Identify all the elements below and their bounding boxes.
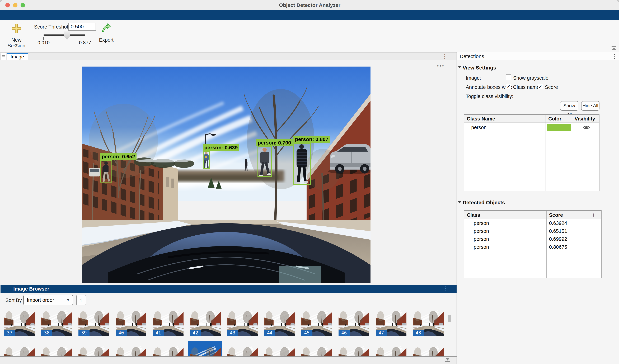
- hide-all-button[interactable]: Hide All: [581, 101, 600, 111]
- thumbnail[interactable]: [4, 345, 35, 356]
- thumbnail-selected[interactable]: [188, 341, 222, 356]
- road-scene: [82, 67, 370, 283]
- score-label: Score: [545, 84, 558, 90]
- detected-objects-section-toggle[interactable]: [458, 201, 461, 204]
- thumbnail[interactable]: [78, 345, 109, 356]
- sort-by-value: Import order: [27, 297, 54, 303]
- new-session-button[interactable]: New Session: [4, 22, 29, 48]
- image-browser-header: Image Browser ⋮: [0, 285, 457, 293]
- thumbnail[interactable]: 41: [153, 308, 183, 336]
- thumbnail-number: 38: [41, 330, 52, 336]
- export-button[interactable]: Export: [98, 22, 114, 48]
- panel-handle-icon[interactable]: [0, 53, 6, 60]
- table-row[interactable]: person: [464, 123, 599, 132]
- thumbnail[interactable]: [264, 345, 295, 356]
- image-tab-menu-icon[interactable]: ⋮: [442, 53, 448, 59]
- thumbnail[interactable]: [153, 345, 183, 356]
- scroll-to-end-icon[interactable]: [445, 358, 450, 362]
- parked-car: [89, 168, 100, 176]
- tab-image[interactable]: Image: [7, 53, 28, 60]
- class-cell: person: [471, 125, 487, 130]
- detection-label: person: 0.700: [256, 139, 293, 146]
- class-color-swatch[interactable]: [547, 124, 571, 131]
- detection-label: person: 0.807: [294, 136, 330, 143]
- thumbnail[interactable]: 47: [376, 308, 407, 336]
- axes-toolbar-icon[interactable]: •••: [437, 63, 445, 69]
- col-score: Score: [549, 212, 563, 218]
- detection-box: [257, 146, 272, 177]
- score-cell: 0.69992: [549, 236, 567, 242]
- class-visibility-table: Class Name Color Visibility person: [464, 114, 600, 191]
- col-class-name: Class Name: [467, 116, 495, 122]
- thumbnail[interactable]: 48: [413, 308, 444, 336]
- thumbnail[interactable]: 37: [4, 308, 35, 336]
- dropdown-arrow-icon: ▼: [66, 295, 70, 305]
- show-grayscale-checkbox[interactable]: [506, 74, 511, 80]
- thumbnail[interactable]: [301, 345, 332, 356]
- thumbnail-number: 37: [4, 330, 15, 336]
- new-session-label: New Session: [4, 37, 29, 49]
- sort-direction-button[interactable]: ↑: [76, 295, 86, 305]
- thumbnail-grid: 37 38 39 40 41 42 43 44 45 46 47 48: [0, 308, 448, 356]
- slider-max-label: 0.877: [75, 40, 95, 45]
- class-name-label: Class name: [513, 84, 539, 90]
- score-cell: 0.65151: [549, 228, 567, 234]
- thumbnail[interactable]: 40: [116, 308, 146, 336]
- document-tab-strip: [0, 53, 457, 60]
- thumbnail[interactable]: 44: [264, 308, 295, 336]
- thumbnail[interactable]: 45: [301, 308, 332, 336]
- slider-min-label: 0.010: [33, 40, 54, 45]
- sort-ascending-icon[interactable]: ↑: [592, 212, 595, 218]
- thumbnail-number: 48: [413, 330, 424, 336]
- thumbnail-number: 40: [116, 330, 127, 336]
- score-cell: 0.80675: [549, 244, 567, 250]
- detected-objects-title: Detected Objects: [463, 200, 505, 206]
- camera-image: person: 0.652 person: 0.639 person: 0.70…: [82, 67, 370, 283]
- table-row[interactable]: person 0.69992: [464, 235, 601, 243]
- browser-bottom-bar: [0, 356, 457, 364]
- thumbnail-number: 46: [338, 330, 350, 336]
- sort-by-label: Sort By: [5, 297, 22, 303]
- thumbnail[interactable]: [116, 345, 146, 356]
- thumbnail[interactable]: 43: [227, 308, 258, 336]
- new-session-dropdown-icon: [15, 44, 18, 46]
- score-threshold-input[interactable]: [68, 23, 96, 31]
- show-all-button[interactable]: Show All: [560, 101, 578, 111]
- thumbnail[interactable]: [413, 345, 444, 356]
- new-session-plus-icon: [11, 23, 22, 34]
- toggle-visibility-label: Toggle class visibility:: [466, 94, 513, 99]
- app-window: Object Detector Analyzer ANALYZER New Se…: [0, 0, 619, 364]
- score-threshold-label: Score Threshold: [34, 24, 71, 30]
- thumbnail-number: 47: [376, 330, 387, 336]
- detections-panel-header: Detections ⋮: [457, 52, 619, 60]
- thumbnail[interactable]: 46: [338, 308, 369, 336]
- detection-box: [203, 151, 210, 169]
- thumbnail-scrollbar[interactable]: [448, 315, 451, 322]
- thumbnail[interactable]: [227, 345, 258, 356]
- class-cell: person: [474, 244, 489, 250]
- class-cell: person: [474, 228, 489, 234]
- ribbon-tab-strip: ANALYZER: [0, 10, 619, 20]
- class-name-checkbox[interactable]: ✓: [506, 84, 511, 89]
- thumbnail[interactable]: 38: [41, 308, 72, 336]
- thumbnail[interactable]: 39: [78, 308, 109, 336]
- table-row[interactable]: person 0.63924: [464, 219, 601, 227]
- sort-by-dropdown[interactable]: Import order ▼: [23, 295, 73, 305]
- image-browser-menu-icon[interactable]: ⋮: [443, 286, 449, 292]
- view-settings-section-toggle[interactable]: [458, 66, 461, 69]
- export-icon: [101, 23, 112, 33]
- export-label: Export: [96, 37, 117, 43]
- thumbnail[interactable]: [338, 345, 369, 356]
- table-row[interactable]: person 0.65151: [464, 227, 601, 235]
- thumbnail[interactable]: [376, 345, 407, 356]
- annotate-row-label: Annotate boxes with:: [466, 84, 512, 90]
- thumbnail[interactable]: [41, 345, 72, 356]
- score-checkbox[interactable]: ✓: [538, 84, 543, 89]
- table-row[interactable]: person 0.80675: [464, 243, 601, 251]
- collapse-ribbon-button[interactable]: [612, 46, 616, 50]
- detection-label: person: 0.639: [203, 144, 239, 151]
- score-threshold-slider-handle[interactable]: [64, 31, 70, 40]
- visibility-eye-icon[interactable]: [583, 125, 590, 130]
- thumbnail[interactable]: 42: [190, 308, 221, 336]
- detections-menu-icon[interactable]: ⋮: [612, 53, 618, 59]
